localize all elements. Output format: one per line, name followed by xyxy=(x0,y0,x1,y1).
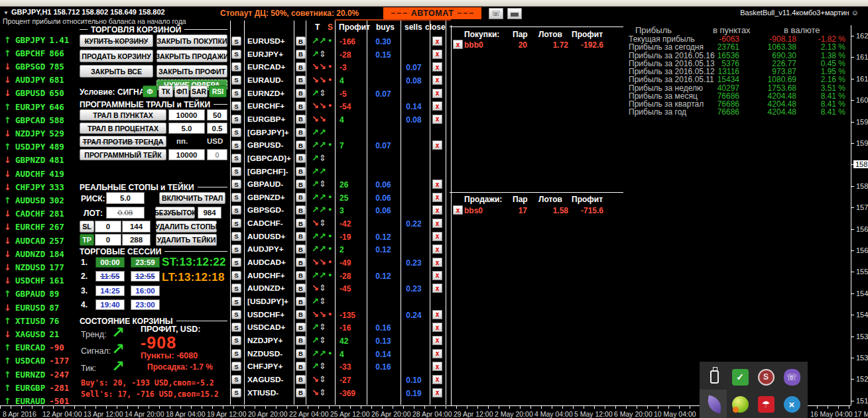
close-order-button[interactable]: x xyxy=(432,180,442,189)
sell-button[interactable]: S xyxy=(231,336,241,345)
buy-button[interactable]: B xyxy=(296,205,306,215)
sell-button[interactable]: S xyxy=(231,375,241,384)
session-to-field[interactable]: 16:00 xyxy=(131,286,160,296)
sell-button[interactable]: S xyxy=(231,89,241,98)
buy-button[interactable]: B xyxy=(296,336,306,345)
phone-icon[interactable]: ☏ xyxy=(489,8,503,19)
buy-button[interactable]: B xyxy=(296,154,306,163)
tp-value1-field[interactable]: 0 xyxy=(95,234,121,246)
signal-toggle-тк[interactable]: ТК xyxy=(158,85,173,97)
tp-value2-field[interactable]: 288 xyxy=(122,234,151,246)
program-take-button[interactable]: ПРОГРАММНЫЙ ТЕЙК xyxy=(80,149,166,160)
delete-stops-button[interactable]: УДАЛИТЬ СТОПЫ xyxy=(156,221,217,233)
sell-button[interactable]: S xyxy=(231,310,241,319)
buy-button[interactable]: B xyxy=(296,284,306,293)
close-order-button[interactable]: x xyxy=(432,349,442,358)
sell-button[interactable]: S xyxy=(231,271,241,280)
close-order-button[interactable]: x xyxy=(432,271,442,280)
program_take-value2-field[interactable]: 0 xyxy=(207,149,227,160)
close-order-button[interactable]: x xyxy=(432,388,442,397)
buy-button[interactable]: B xyxy=(296,180,306,189)
close-order-button[interactable]: x xyxy=(432,115,442,124)
sell-button[interactable]: S xyxy=(231,167,241,176)
signal-toggle-ф[interactable]: Ф xyxy=(143,85,157,97)
close-order-button[interactable]: x xyxy=(432,193,442,202)
trail_percent-value2-field[interactable]: 0.5 xyxy=(207,123,227,134)
delete-takes-button[interactable]: УДАЛИТЬ ТЕЙКИ xyxy=(156,234,217,246)
tp-button[interactable]: TP xyxy=(80,234,94,246)
close-order-button[interactable]: x xyxy=(432,362,442,371)
buy-button[interactable]: B xyxy=(296,128,306,137)
avast-antivirus-icon[interactable] xyxy=(731,395,749,413)
sell-button[interactable]: S xyxy=(231,180,241,189)
session-from-field[interactable]: 11:55 xyxy=(95,271,125,282)
close-order-button[interactable]: x xyxy=(432,101,442,111)
trail_percent-value1-field[interactable]: 5.0 xyxy=(168,123,205,134)
viber-icon[interactable] xyxy=(782,368,801,386)
sell-button[interactable]: S xyxy=(231,62,241,72)
close-all-button[interactable]: ЗАКРЫТЬ ВСЕ xyxy=(80,65,153,78)
chevron-down-icon[interactable]: ▼ xyxy=(3,10,9,16)
sell-basket-button[interactable]: ПРОДАТЬ КОРЗИНУ xyxy=(80,50,153,62)
buy-button[interactable]: B xyxy=(296,258,306,267)
sell-button[interactable]: S xyxy=(231,36,241,46)
buy-button[interactable]: B xyxy=(296,271,306,280)
buy-button[interactable]: B xyxy=(296,193,306,202)
sell-button[interactable]: S xyxy=(231,128,241,137)
trail-points-button[interactable]: ТРАЛ В ПУНКТАХ xyxy=(80,109,166,121)
sell-button[interactable]: S xyxy=(231,219,241,228)
trail_points-value2-field[interactable]: 50 xyxy=(207,109,227,121)
close-profit-button[interactable]: ЗАКРЫТЬ ПРОФИТ xyxy=(156,65,227,78)
buy-button[interactable]: B xyxy=(296,62,306,72)
buy-button[interactable]: B xyxy=(296,50,306,59)
sell-button[interactable]: S xyxy=(231,284,241,293)
enable-trail-button[interactable]: ВКЛЮЧИТЬ ТРАЛ xyxy=(159,192,225,204)
close-order-button[interactable]: x xyxy=(432,258,442,267)
sell-button[interactable]: S xyxy=(231,362,241,371)
buy-button[interactable]: B xyxy=(296,349,306,358)
close-sell-group-button[interactable]: x xyxy=(453,205,463,215)
close-order-button[interactable]: x xyxy=(432,336,442,345)
close-order-button[interactable]: x xyxy=(432,323,442,332)
green-check-icon[interactable] xyxy=(731,368,749,386)
printer-icon[interactable] xyxy=(507,8,522,19)
signal-toggle-sar[interactable]: SAR xyxy=(190,85,208,97)
sell-button[interactable]: S xyxy=(231,297,241,306)
buy-button[interactable]: B xyxy=(296,89,306,98)
close-order-button[interactable]: x xyxy=(432,284,442,293)
sell-button[interactable]: S xyxy=(231,244,241,254)
close-buy-group-button[interactable]: x xyxy=(453,40,463,49)
feather-icon[interactable] xyxy=(705,395,723,413)
buy-button[interactable]: B xyxy=(296,232,306,241)
session-to-field[interactable]: 23:00 xyxy=(131,299,160,310)
buy-button[interactable]: B xyxy=(296,297,306,306)
sell-button[interactable]: S xyxy=(231,101,241,111)
buy-button[interactable]: B xyxy=(296,76,306,85)
skrill-icon[interactable] xyxy=(757,368,775,386)
buy-button[interactable]: B xyxy=(296,310,306,319)
buy-button[interactable]: B xyxy=(296,375,306,384)
breakeven-button[interactable]: БЕЗУБЫТОК xyxy=(155,207,195,219)
session-from-field[interactable]: 19:40 xyxy=(95,299,125,310)
session-from-field[interactable]: 00:00 xyxy=(95,257,125,268)
trail-counter-button[interactable]: ТРАЛ ПРОТИВ ТРЕНДА xyxy=(80,136,166,147)
close-order-button[interactable]: x xyxy=(432,375,442,384)
sell-button[interactable]: S xyxy=(231,193,241,202)
avira-antivirus-icon[interactable] xyxy=(757,395,775,413)
sell-button[interactable]: S xyxy=(231,76,241,85)
breakeven-value-field[interactable]: 984 xyxy=(198,207,221,219)
buy-button[interactable]: B xyxy=(296,362,306,371)
close-order-button[interactable]: x xyxy=(432,89,442,98)
usb-drive-icon[interactable] xyxy=(705,368,723,386)
automat-button[interactable]: АВТОМАТ xyxy=(383,7,481,19)
buy-basket-button[interactable]: КУПИТЬ КОРЗИНУ xyxy=(80,34,153,47)
close-order-button[interactable]: x xyxy=(432,62,442,72)
sell-button[interactable]: S xyxy=(231,349,241,358)
close-sells-button[interactable]: ЗАКРЫТЬ ПРОДАЖИ xyxy=(156,50,227,62)
program_take-value1-field[interactable]: 10000 xyxy=(168,149,205,160)
buy-button[interactable]: B xyxy=(296,244,306,254)
sell-button[interactable]: S xyxy=(231,388,241,397)
close-order-button[interactable]: x xyxy=(432,232,442,241)
sell-button[interactable]: S xyxy=(231,258,241,267)
session-to-field[interactable]: 23:59 xyxy=(131,257,160,268)
